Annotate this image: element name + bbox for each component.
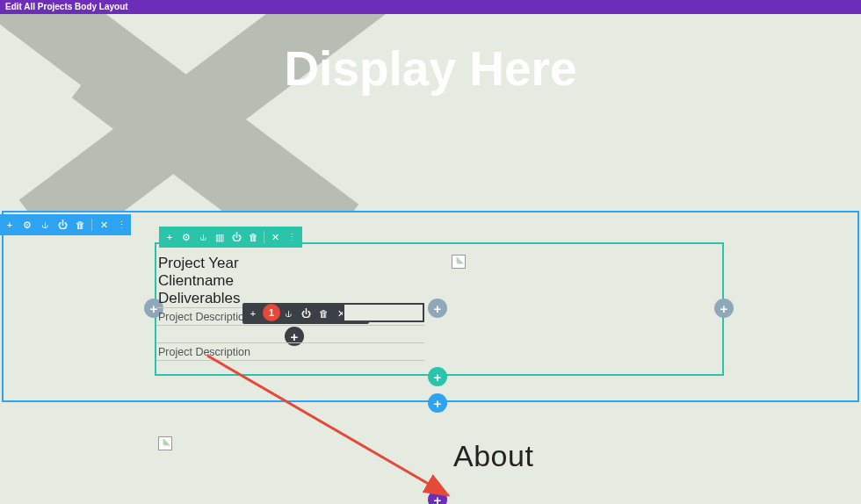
power-icon[interactable]: ⏻ [300,307,312,320]
more-icon[interactable]: ⋮ [115,219,127,231]
trash-icon[interactable]: 🗑 [317,307,329,320]
selected-module-outline[interactable] [343,303,424,322]
about-heading: About [453,439,533,473]
add-icon[interactable]: + [4,219,16,231]
duplicate-icon[interactable]: ⫝ [39,219,51,231]
duplicate-icon[interactable]: ⫝ [282,307,294,320]
gear-icon[interactable]: ⚙ [180,231,192,243]
deliverables-label: Deliverables [158,290,241,307]
row-toolbar: + ⚙ ⫝ ▥ ⏻ 🗑 ✕ ⋮ [159,227,302,248]
top-bar-title: Edit All Projects Body Layout [5,2,128,11]
gear-icon[interactable]: ⚙ [21,219,33,231]
trash-icon[interactable]: 🗑 [74,219,86,231]
duplicate-icon[interactable]: ⫝ [197,231,209,243]
hero-section: Display Here [0,14,861,211]
hero-title: Display Here [0,40,861,97]
more-icon[interactable]: ⋮ [286,231,298,243]
power-icon[interactable]: ⏻ [230,231,242,243]
project-description-text-1: Project Description [158,311,250,323]
divider [156,325,424,326]
add-row-button[interactable]: + [428,367,447,386]
add-icon[interactable]: + [163,231,176,243]
add-column-right-button[interactable]: + [714,299,734,318]
divider [156,360,424,361]
columns-icon[interactable]: ▥ [213,231,226,243]
clientname-label: Clientname [158,272,234,290]
close-icon[interactable]: ✕ [269,231,281,243]
top-bar: Edit All Projects Body Layout [0,0,861,14]
separator [264,231,264,243]
separator [91,219,92,231]
broken-image-icon [158,436,172,450]
add-icon[interactable]: + [247,307,259,320]
trash-icon[interactable]: 🗑 [247,231,259,243]
divider [156,342,424,343]
add-section-button[interactable]: + [428,393,447,413]
add-column-mid-button[interactable]: + [428,299,447,318]
close-icon[interactable]: ✕ [98,219,110,231]
project-year-label: Project Year [158,255,239,272]
step-badge: 1 [263,304,280,321]
power-icon[interactable]: ⏻ [56,219,69,231]
add-section-bottom-button[interactable]: + [428,490,447,504]
broken-image-icon [452,255,466,269]
project-description-text-2: Project Description [158,346,250,358]
section-toolbar: + ⚙ ⫝ ⏻ 🗑 ✕ ⋮ [0,214,131,235]
